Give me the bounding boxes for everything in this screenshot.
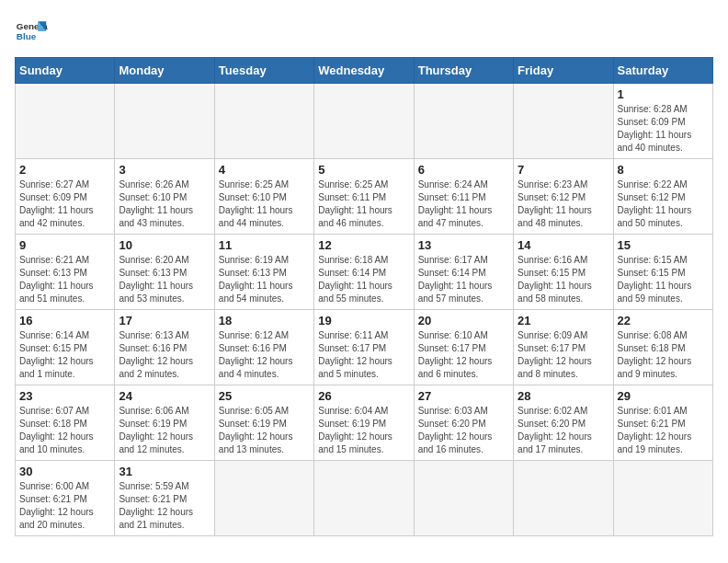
day-number: 6 [418,163,509,177]
calendar-cell: 9Sunrise: 6:21 AM Sunset: 6:13 PM Daylig… [16,235,115,310]
day-number: 23 [19,389,110,403]
day-info: Sunrise: 6:01 AM Sunset: 6:21 PM Dayligh… [618,405,709,456]
calendar-cell: 12Sunrise: 6:18 AM Sunset: 6:14 PM Dayli… [314,235,414,310]
day-info: Sunrise: 6:17 AM Sunset: 6:14 PM Dayligh… [418,254,509,305]
weekday-header-sunday: Sunday [16,58,115,84]
day-info: Sunrise: 6:11 AM Sunset: 6:17 PM Dayligh… [318,329,409,381]
calendar-cell: 10Sunrise: 6:20 AM Sunset: 6:13 PM Dayli… [115,235,214,310]
day-info: Sunrise: 6:26 AM Sunset: 6:10 PM Dayligh… [119,178,210,230]
day-number: 29 [618,389,709,403]
week-row-1: 2Sunrise: 6:27 AM Sunset: 6:09 PM Daylig… [16,159,713,235]
calendar-cell: 22Sunrise: 6:08 AM Sunset: 6:18 PM Dayli… [613,310,712,385]
day-number: 31 [119,465,210,478]
day-info: Sunrise: 5:59 AM Sunset: 6:21 PM Dayligh… [119,480,210,532]
day-number: 8 [618,163,709,177]
day-info: Sunrise: 6:23 AM Sunset: 6:12 PM Dayligh… [518,178,609,230]
calendar-cell: 28Sunrise: 6:02 AM Sunset: 6:20 PM Dayli… [514,385,613,461]
day-number: 26 [318,389,409,403]
calendar-cell: 26Sunrise: 6:04 AM Sunset: 6:19 PM Dayli… [314,385,414,461]
day-number: 22 [618,314,709,327]
calendar-cell: 11Sunrise: 6:19 AM Sunset: 6:13 PM Dayli… [214,235,313,310]
calendar-cell: 4Sunrise: 6:25 AM Sunset: 6:10 PM Daylig… [214,159,313,235]
calendar-cell: 25Sunrise: 6:05 AM Sunset: 6:19 PM Dayli… [214,385,313,461]
day-info: Sunrise: 6:18 AM Sunset: 6:14 PM Dayligh… [318,254,409,305]
calendar-cell [214,461,313,536]
day-number: 9 [19,238,110,252]
calendar-cell: 2Sunrise: 6:27 AM Sunset: 6:09 PM Daylig… [16,159,115,235]
calendar-table: SundayMondayTuesdayWednesdayThursdayFrid… [15,57,713,536]
week-row-2: 9Sunrise: 6:21 AM Sunset: 6:13 PM Daylig… [16,235,713,310]
general-blue-logo-icon: General Blue [15,15,48,48]
calendar-cell [414,84,513,159]
calendar-cell [314,84,414,159]
day-number: 4 [219,163,310,177]
calendar-cell: 31Sunrise: 5:59 AM Sunset: 6:21 PM Dayli… [115,461,214,536]
weekday-header-saturday: Saturday [613,58,712,84]
day-info: Sunrise: 6:14 AM Sunset: 6:15 PM Dayligh… [19,329,110,381]
day-info: Sunrise: 6:09 AM Sunset: 6:17 PM Dayligh… [518,329,609,381]
calendar-cell: 1Sunrise: 6:28 AM Sunset: 6:09 PM Daylig… [613,84,712,159]
header: General Blue [15,15,713,48]
day-info: Sunrise: 6:27 AM Sunset: 6:09 PM Dayligh… [19,178,110,230]
calendar-cell: 6Sunrise: 6:24 AM Sunset: 6:11 PM Daylig… [414,159,513,235]
day-info: Sunrise: 6:12 AM Sunset: 6:16 PM Dayligh… [219,329,310,381]
day-info: Sunrise: 6:02 AM Sunset: 6:20 PM Dayligh… [518,405,609,456]
weekday-header-tuesday: Tuesday [214,58,313,84]
day-number: 11 [219,238,310,252]
day-number: 18 [219,314,310,327]
calendar-cell: 24Sunrise: 6:06 AM Sunset: 6:19 PM Dayli… [115,385,214,461]
calendar-cell [214,84,313,159]
week-row-0: 1Sunrise: 6:28 AM Sunset: 6:09 PM Daylig… [16,84,713,159]
calendar-cell [16,84,115,159]
week-row-3: 16Sunrise: 6:14 AM Sunset: 6:15 PM Dayli… [16,310,713,385]
day-info: Sunrise: 6:21 AM Sunset: 6:13 PM Dayligh… [19,254,110,305]
day-info: Sunrise: 6:00 AM Sunset: 6:21 PM Dayligh… [19,480,110,532]
day-info: Sunrise: 6:08 AM Sunset: 6:18 PM Dayligh… [618,329,709,381]
calendar-cell: 5Sunrise: 6:25 AM Sunset: 6:11 PM Daylig… [314,159,414,235]
weekday-header-row: SundayMondayTuesdayWednesdayThursdayFrid… [16,58,713,84]
day-number: 19 [318,314,409,327]
calendar-cell [514,461,613,536]
calendar-cell: 15Sunrise: 6:15 AM Sunset: 6:15 PM Dayli… [613,235,712,310]
day-number: 17 [119,314,210,327]
calendar-cell [115,84,214,159]
weekday-header-monday: Monday [115,58,214,84]
day-number: 13 [418,238,509,252]
calendar-cell: 21Sunrise: 6:09 AM Sunset: 6:17 PM Dayli… [514,310,613,385]
day-number: 16 [19,314,110,327]
day-info: Sunrise: 6:20 AM Sunset: 6:13 PM Dayligh… [119,254,210,305]
day-info: Sunrise: 6:03 AM Sunset: 6:20 PM Dayligh… [418,405,509,456]
day-number: 21 [518,314,609,327]
weekday-header-friday: Friday [514,58,613,84]
calendar-cell: 17Sunrise: 6:13 AM Sunset: 6:16 PM Dayli… [115,310,214,385]
day-info: Sunrise: 6:04 AM Sunset: 6:19 PM Dayligh… [318,405,409,456]
day-info: Sunrise: 6:16 AM Sunset: 6:15 PM Dayligh… [518,254,609,305]
day-info: Sunrise: 6:13 AM Sunset: 6:16 PM Dayligh… [119,329,210,381]
day-number: 27 [418,389,509,403]
calendar-cell [613,461,712,536]
day-info: Sunrise: 6:15 AM Sunset: 6:15 PM Dayligh… [618,254,709,305]
day-info: Sunrise: 6:25 AM Sunset: 6:10 PM Dayligh… [219,178,310,230]
day-info: Sunrise: 6:28 AM Sunset: 6:09 PM Dayligh… [618,103,709,155]
calendar-cell: 3Sunrise: 6:26 AM Sunset: 6:10 PM Daylig… [115,159,214,235]
calendar-cell: 14Sunrise: 6:16 AM Sunset: 6:15 PM Dayli… [514,235,613,310]
day-number: 24 [119,389,210,403]
day-info: Sunrise: 6:22 AM Sunset: 6:12 PM Dayligh… [618,178,709,230]
day-number: 1 [618,87,709,101]
week-row-5: 30Sunrise: 6:00 AM Sunset: 6:21 PM Dayli… [16,461,713,536]
weekday-header-thursday: Thursday [414,58,513,84]
calendar-cell: 7Sunrise: 6:23 AM Sunset: 6:12 PM Daylig… [514,159,613,235]
day-number: 28 [518,389,609,403]
day-number: 7 [518,163,609,177]
day-info: Sunrise: 6:10 AM Sunset: 6:17 PM Dayligh… [418,329,509,381]
day-info: Sunrise: 6:25 AM Sunset: 6:11 PM Dayligh… [318,178,409,230]
svg-text:Blue: Blue [17,31,37,41]
calendar-cell: 20Sunrise: 6:10 AM Sunset: 6:17 PM Dayli… [414,310,513,385]
calendar-cell: 18Sunrise: 6:12 AM Sunset: 6:16 PM Dayli… [214,310,313,385]
day-info: Sunrise: 6:05 AM Sunset: 6:19 PM Dayligh… [219,405,310,456]
day-number: 15 [618,238,709,252]
day-number: 10 [119,238,210,252]
calendar-cell: 16Sunrise: 6:14 AM Sunset: 6:15 PM Dayli… [16,310,115,385]
logo: General Blue [15,15,48,48]
day-number: 20 [418,314,509,327]
